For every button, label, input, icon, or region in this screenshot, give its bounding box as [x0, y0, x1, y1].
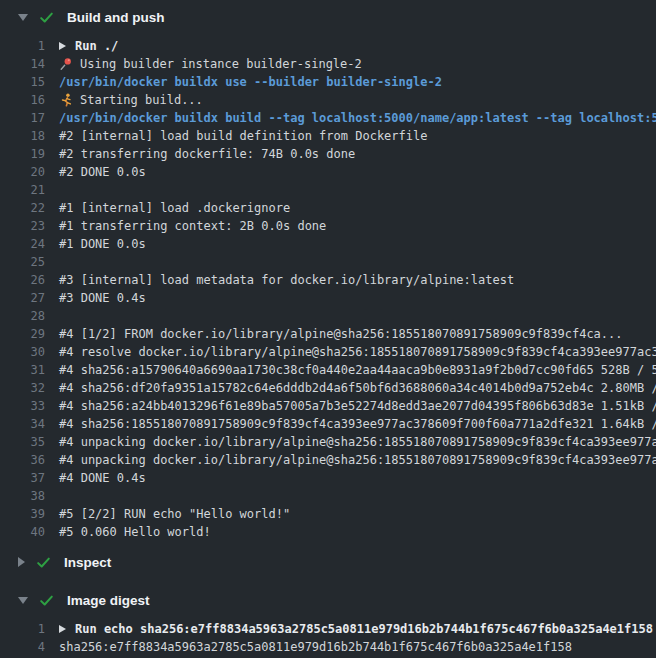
check-icon [35, 554, 52, 571]
log-text-content: #4 unpacking docker.io/library/alpine@sh… [59, 451, 656, 469]
log-text: #4 sha256:df20fa9351a15782c64e6dddb2d4a6… [59, 379, 656, 397]
line-number[interactable]: 36 [0, 451, 45, 469]
line-number[interactable]: 33 [0, 397, 45, 415]
line-number[interactable]: 23 [0, 217, 45, 235]
log-line: 37#4 DONE 0.4s [0, 469, 656, 487]
section-header-inspect[interactable]: Inspect [0, 545, 656, 579]
line-number[interactable]: 28 [0, 307, 45, 325]
log-text-content: Run echo sha256:e7ff8834a5963a2785c5a081… [75, 620, 653, 638]
log-line: 30#4 resolve docker.io/library/alpine@sh… [0, 343, 656, 361]
log-text: #1 DONE 0.0s [59, 235, 146, 253]
log-text-content: #1 [internal] load .dockerignore [59, 199, 290, 217]
log-line: 31#4 sha256:a15790640a6690aa1730c38cf0a4… [0, 361, 656, 379]
log-text: #2 DONE 0.0s [59, 163, 146, 181]
log-line: 34#4 sha256:185518070891758909c9f839cf4c… [0, 415, 656, 433]
log-text: #1 [internal] load .dockerignore [59, 199, 290, 217]
line-number[interactable]: 25 [0, 253, 45, 271]
line-number[interactable]: 26 [0, 271, 45, 289]
check-icon [38, 592, 55, 609]
log-text-content: #4 DONE 0.4s [59, 469, 146, 487]
log-line: 22#1 [internal] load .dockerignore [0, 199, 656, 217]
line-number[interactable]: 29 [0, 325, 45, 343]
section-title: Inspect [64, 555, 111, 570]
line-number[interactable]: 32 [0, 379, 45, 397]
section-header-image-digest[interactable]: Image digest [0, 583, 656, 617]
log-text-content: #2 transferring dockerfile: 74B 0.0s don… [59, 145, 355, 163]
line-number[interactable]: 39 [0, 505, 45, 523]
runner-icon [59, 93, 73, 107]
line-number[interactable]: 24 [0, 235, 45, 253]
line-number[interactable]: 27 [0, 289, 45, 307]
line-number[interactable]: 37 [0, 469, 45, 487]
log-text-content: /usr/bin/docker buildx build --tag local… [59, 109, 656, 127]
log-line: 1Run echo sha256:e7ff8834a5963a2785c5a08… [0, 620, 656, 638]
log-line: 33#4 sha256:a24bb4013296f61e89ba57005a7b… [0, 397, 656, 415]
line-number[interactable]: 35 [0, 433, 45, 451]
log-text-content: Run ./ [75, 37, 118, 55]
log-text: #4 sha256:a15790640a6690aa1730c38cf0a440… [59, 361, 656, 379]
log-text-content: #4 sha256:185518070891758909c9f839cf4ca3… [59, 415, 656, 433]
expand-group-icon[interactable] [59, 625, 66, 633]
log-line: 38 [0, 487, 656, 505]
line-number[interactable]: 21 [0, 181, 45, 199]
log-line: 40#5 0.060 Hello world! [0, 523, 656, 541]
line-number[interactable]: 38 [0, 487, 45, 505]
line-number[interactable]: 17 [0, 109, 45, 127]
line-number[interactable]: 16 [0, 91, 45, 109]
line-number[interactable]: 22 [0, 199, 45, 217]
log-text-content: /usr/bin/docker buildx use --builder bui… [59, 73, 442, 91]
log-text: /usr/bin/docker buildx use --builder bui… [59, 73, 442, 91]
section-header-build-and-push[interactable]: Build and push [0, 0, 656, 34]
expand-group-icon[interactable] [59, 42, 66, 50]
log-line: 17/usr/bin/docker buildx build --tag loc… [0, 109, 656, 127]
log-text: sha256:e7ff8834a5963a2785c5a0811e979d16b… [59, 638, 572, 656]
log-text-content: #5 [2/2] RUN echo "Hello world!" [59, 505, 290, 523]
section-title: Image digest [67, 593, 150, 608]
line-number[interactable]: 19 [0, 145, 45, 163]
log-block-build-and-push: 1Run ./14Using builder instance builder-… [0, 34, 656, 545]
chevron-right-icon[interactable] [18, 557, 25, 567]
log-text: #5 [2/2] RUN echo "Hello world!" [59, 505, 290, 523]
log-text-content: #1 DONE 0.0s [59, 235, 146, 253]
log-text: #2 [internal] load build definition from… [59, 127, 427, 145]
log-line: 1Run ./ [0, 37, 656, 55]
log-text-content: #3 [internal] load metadata for docker.i… [59, 271, 514, 289]
log-line: 18#2 [internal] load build definition fr… [0, 127, 656, 145]
log-text: Run ./ [59, 37, 118, 55]
line-number[interactable]: 4 [0, 638, 45, 656]
line-number[interactable]: 1 [0, 37, 45, 55]
line-number[interactable]: 15 [0, 73, 45, 91]
log-line: 36#4 unpacking docker.io/library/alpine@… [0, 451, 656, 469]
log-text: Using builder instance builder-single-2 [59, 55, 362, 73]
line-number[interactable]: 40 [0, 523, 45, 541]
log-text-content: #4 resolve docker.io/library/alpine@sha2… [59, 343, 656, 361]
log-line: 23#1 transferring context: 2B 0.0s done [0, 217, 656, 235]
log-text: #2 transferring dockerfile: 74B 0.0s don… [59, 145, 355, 163]
log-line: 29#4 [1/2] FROM docker.io/library/alpine… [0, 325, 656, 343]
chevron-down-icon[interactable] [18, 597, 28, 604]
log-text: #4 unpacking docker.io/library/alpine@sh… [59, 451, 656, 469]
line-number[interactable]: 34 [0, 415, 45, 433]
line-number[interactable]: 14 [0, 55, 45, 73]
pushpin-icon [59, 57, 73, 71]
log-line: 4sha256:e7ff8834a5963a2785c5a0811e979d16… [0, 638, 656, 656]
log-text-content: #4 sha256:a15790640a6690aa1730c38cf0a440… [59, 361, 656, 379]
log-line: 21 [0, 181, 656, 199]
log-text-content: #4 sha256:df20fa9351a15782c64e6dddb2d4a6… [59, 379, 656, 397]
log-text: #4 resolve docker.io/library/alpine@sha2… [59, 343, 656, 361]
log-block-image-digest: 1Run echo sha256:e7ff8834a5963a2785c5a08… [0, 617, 656, 658]
log-text: #4 sha256:a24bb4013296f61e89ba57005a7b3e… [59, 397, 656, 415]
section-title: Build and push [67, 10, 165, 25]
chevron-down-icon[interactable] [18, 14, 28, 21]
line-number[interactable]: 18 [0, 127, 45, 145]
log-line: 25 [0, 253, 656, 271]
log-text-content: #2 DONE 0.0s [59, 163, 146, 181]
log-line: 27#3 DONE 0.4s [0, 289, 656, 307]
line-number[interactable]: 31 [0, 361, 45, 379]
log-text-content: #1 transferring context: 2B 0.0s done [59, 217, 326, 235]
workflow-log-viewer: Build and push1Run ./14Using builder ins… [0, 0, 656, 658]
line-number[interactable]: 20 [0, 163, 45, 181]
line-number[interactable]: 30 [0, 343, 45, 361]
line-number[interactable]: 1 [0, 620, 45, 638]
log-text: #4 unpacking docker.io/library/alpine@sh… [59, 433, 656, 451]
